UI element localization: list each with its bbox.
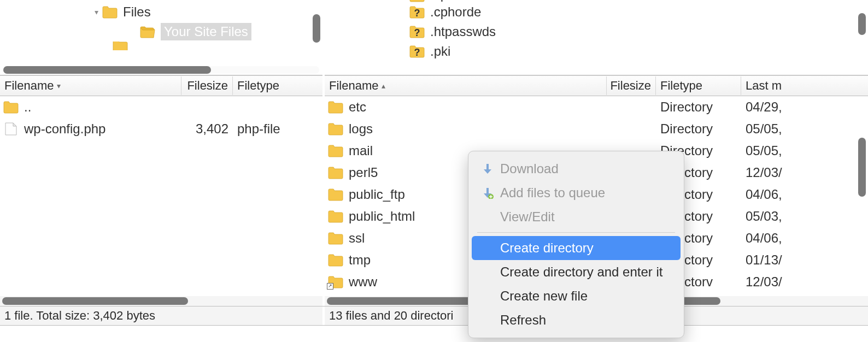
add-queue-icon xyxy=(479,187,496,199)
menu-view-edit[interactable]: View/Edit xyxy=(472,205,681,229)
column-label: Filetype xyxy=(237,79,279,93)
filename: public_ftp xyxy=(349,187,405,202)
local-status: 1 file. Total size: 3,402 bytes xyxy=(0,306,325,325)
tree-item-label: .htpasswds xyxy=(430,24,496,39)
menu-create-directory[interactable]: Create directory xyxy=(472,236,681,260)
list-item[interactable]: .. xyxy=(0,96,322,118)
chevron-down-icon[interactable]: ▾ xyxy=(90,8,102,16)
local-tree[interactable]: ▾FilesYour Site Files xyxy=(0,0,322,75)
sort-ascending-icon: ▴ xyxy=(382,81,385,90)
menu-label: Create directory xyxy=(500,240,594,256)
file-icon xyxy=(3,122,19,135)
lastmodified: 05/03, xyxy=(741,209,868,224)
column-label: Last m xyxy=(746,79,782,93)
filetype: Directory xyxy=(656,121,741,137)
lastmodified: 04/29, xyxy=(741,99,868,115)
column-filetype[interactable]: Filetype xyxy=(656,76,741,95)
column-lastmodified[interactable]: Last m xyxy=(741,76,868,95)
menu-label: View/Edit xyxy=(500,209,555,225)
folder-icon xyxy=(328,188,343,201)
tree-item[interactable]: .cphorde xyxy=(325,2,868,22)
folder-icon xyxy=(113,42,128,50)
tree-item-label: .pki xyxy=(430,44,450,59)
filename: wp-config.php xyxy=(24,121,105,137)
lastmodified: 05/05, xyxy=(741,143,868,158)
folder-icon xyxy=(328,144,343,157)
horizontal-scrollbar[interactable] xyxy=(3,66,319,74)
folder-link-icon: ↗ xyxy=(328,275,343,288)
filename: perl5 xyxy=(349,165,378,180)
local-file-list[interactable]: ..wp-config.php3,402php-file xyxy=(0,96,322,296)
filename: www xyxy=(349,274,377,290)
tree-item-label: Files xyxy=(123,4,151,20)
unknown-folder-icon xyxy=(409,45,425,58)
column-filetype[interactable]: Filetype xyxy=(233,76,322,95)
lastmodified: 01/13/ xyxy=(741,252,868,268)
remote-tree[interactable]: .cpanel.cphorde.htpasswds.pki xyxy=(325,0,868,75)
filename: tmp xyxy=(349,252,371,268)
filename: .. xyxy=(24,99,31,115)
menu-download[interactable]: Download xyxy=(472,157,681,181)
scrollbar-thumb[interactable] xyxy=(858,13,866,35)
lastmodified: 04/06, xyxy=(741,231,868,246)
lastmodified: 12/03/ xyxy=(741,274,868,290)
tree-item-label: Your Site Files xyxy=(161,23,251,40)
remote-list-header: Filename ▴ Filesize Filetype Last m xyxy=(325,75,868,96)
unknown-folder-icon xyxy=(409,5,425,19)
column-filename[interactable]: Filename ▾ xyxy=(0,76,181,95)
folder-icon xyxy=(328,166,343,179)
folder-icon xyxy=(328,101,343,114)
menu-label: Download xyxy=(500,161,559,176)
tree-item[interactable]: ▾Files xyxy=(0,2,322,22)
column-filename[interactable]: Filename ▴ xyxy=(325,76,607,95)
folder-icon xyxy=(328,253,343,267)
lastmodified: 05/05, xyxy=(741,121,868,137)
menu-separator xyxy=(477,232,675,233)
scrollbar-thumb[interactable] xyxy=(2,297,188,305)
scrollbar-thumb[interactable] xyxy=(3,66,211,74)
folder-icon xyxy=(328,210,343,223)
filename: mail xyxy=(349,143,373,158)
list-item[interactable]: logsDirectory05/05, xyxy=(325,118,868,140)
unknown-folder-icon xyxy=(409,25,425,38)
lastmodified: 04/06, xyxy=(741,187,868,202)
sort-descending-icon: ▾ xyxy=(57,81,61,90)
filetype: Directory xyxy=(656,99,741,115)
tree-item-label: .cpanel xyxy=(430,0,472,2)
unknown-folder-icon xyxy=(409,0,425,2)
menu-create-new-file[interactable]: Create new file xyxy=(472,284,681,308)
context-menu: Download Add files to queue View/Edit Cr… xyxy=(468,151,684,338)
lastmodified: 12/03/ xyxy=(741,165,868,180)
tree-item[interactable]: .htpasswds xyxy=(325,22,868,42)
column-filesize[interactable]: Filesize xyxy=(607,76,656,95)
menu-label: Add files to queue xyxy=(500,185,605,201)
menu-label: Create new file xyxy=(500,288,588,304)
column-label: Filename xyxy=(329,79,378,93)
folder-icon xyxy=(102,5,118,19)
local-pane: ▾FilesYour Site Files Filename ▾ Filesiz… xyxy=(0,0,325,306)
menu-refresh[interactable]: Refresh xyxy=(472,308,681,332)
filename: etc xyxy=(349,99,366,115)
list-item[interactable]: etcDirectory04/29, xyxy=(325,96,868,118)
column-label: Filesize xyxy=(187,79,228,93)
menu-create-directory-enter[interactable]: Create directory and enter it xyxy=(472,260,681,284)
folder-icon xyxy=(328,122,343,135)
column-label: Filename xyxy=(4,79,54,93)
tree-item[interactable]: .pki xyxy=(325,42,868,61)
menu-label: Create directory and enter it xyxy=(500,264,662,280)
folder-open-icon xyxy=(140,25,155,38)
horizontal-scrollbar[interactable] xyxy=(0,296,322,306)
menu-add-to-queue[interactable]: Add files to queue xyxy=(472,181,681,205)
filetype: php-file xyxy=(233,121,322,137)
filesize: 3,402 xyxy=(181,121,233,137)
parent-icon xyxy=(3,101,19,114)
column-label: Filetype xyxy=(660,79,702,93)
scrollbar-thumb[interactable] xyxy=(313,14,320,43)
filename: logs xyxy=(349,121,373,137)
local-list-header: Filename ▾ Filesize Filetype xyxy=(0,75,322,96)
scrollbar-thumb[interactable] xyxy=(858,138,866,197)
list-item[interactable]: wp-config.php3,402php-file xyxy=(0,118,322,140)
menu-label: Refresh xyxy=(500,312,546,328)
tree-item[interactable]: Your Site Files xyxy=(0,22,322,42)
column-filesize[interactable]: Filesize xyxy=(181,76,233,95)
